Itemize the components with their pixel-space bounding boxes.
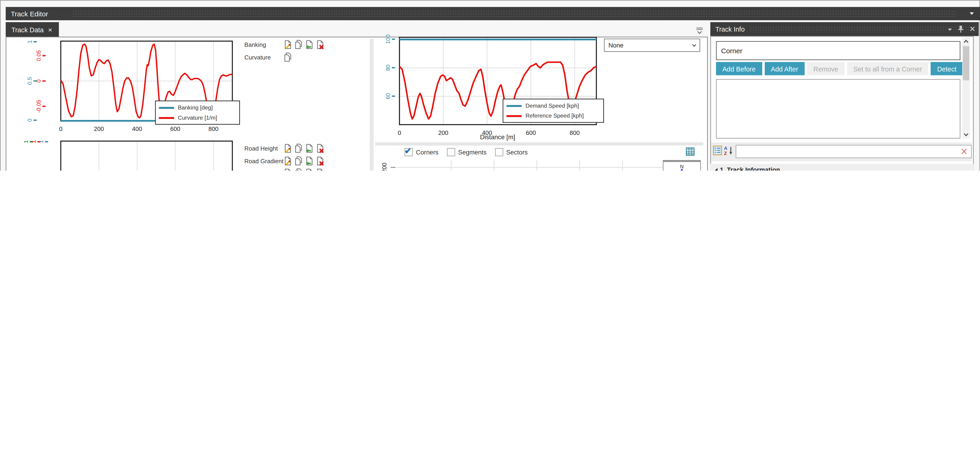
legend-entry: Demand Speed [kph] — [506, 102, 600, 110]
window-menu-chevron-icon[interactable] — [968, 10, 975, 17]
track-info-texture — [749, 26, 977, 32]
import-icon[interactable] — [305, 156, 314, 165]
remove-button[interactable]: Remove — [807, 62, 844, 75]
add-before-button[interactable]: Add Before — [716, 62, 762, 75]
delete-icon[interactable] — [316, 156, 325, 165]
track-info-menu-chevron-icon[interactable] — [947, 26, 953, 34]
window-title-bar: Track Editor — [6, 7, 980, 20]
edit-icon[interactable] — [283, 144, 292, 153]
detect-button[interactable]: Detect — [931, 62, 963, 75]
y-tick-mark — [45, 141, 48, 143]
track-info-title: Track Info — [715, 25, 745, 33]
import-icon[interactable] — [305, 40, 314, 49]
y-tick-label: 1 — [30, 140, 37, 144]
tab-track-data[interactable]: Track Data × — [6, 22, 59, 36]
app-window: Track Editor Track Data × Banking Curvat… — [0, 0, 980, 171]
sort-az-icon[interactable]: AZ — [724, 146, 733, 155]
vertical-splitter[interactable] — [370, 38, 374, 171]
y-tick-label: 100 — [385, 35, 391, 44]
copy-icon[interactable] — [294, 156, 303, 165]
delete-icon[interactable] — [316, 40, 325, 49]
y-tick-mark — [43, 106, 46, 107]
curvature-label: Curvature — [244, 54, 283, 60]
copy-icon[interactable] — [294, 144, 303, 153]
svg-text:A: A — [724, 146, 727, 151]
set-to-all-from-a-corner-button[interactable]: Set to all from a Corner — [847, 62, 928, 75]
y-tick-label: 0 — [27, 119, 33, 122]
y-tick-mark — [392, 39, 395, 40]
import-icon[interactable] — [305, 144, 314, 153]
y-tick-mark — [33, 119, 37, 121]
category-expander-icon[interactable]: ◢ — [710, 167, 720, 171]
categorized-view-icon[interactable] — [713, 146, 722, 155]
curvature-control-row: Curvature — [244, 51, 325, 63]
corner-header-box: Corner — [716, 41, 960, 60]
norm-curv-label: Norm. Curv. — [244, 170, 283, 171]
corner-buttons-row: Add BeforeAdd AfterRemoveSet to all from… — [716, 62, 959, 75]
x-tick-label: 400 — [132, 125, 142, 132]
edit-icon[interactable] — [283, 168, 292, 171]
x-tick-label: 0 — [398, 129, 401, 136]
scroll-down-icon[interactable] — [962, 131, 970, 138]
banking_curvature-legend: Banking [deg]Curvature [1/m] — [155, 100, 240, 124]
tab-close-icon[interactable]: × — [48, 25, 52, 33]
y-tick-label: 80 — [385, 65, 391, 71]
x-tick-label: 600 — [170, 125, 180, 132]
y-tick-label: 0 — [35, 79, 42, 82]
road-gradient-label: Road Gradient — [244, 157, 283, 164]
banking-label: Banking — [244, 41, 283, 48]
x-tick-label: 0 — [59, 125, 62, 132]
road-controls: Road Height Road Gradient Norm. Curv. — [244, 142, 325, 171]
edit-icon[interactable] — [283, 156, 292, 165]
x-tick-label: 600 — [526, 129, 536, 136]
delete-icon[interactable] — [316, 144, 325, 153]
delete-icon[interactable] — [316, 168, 325, 171]
road-height-label: Road Height — [244, 145, 283, 152]
pin-icon[interactable] — [956, 25, 965, 35]
overlay-select-value: None — [608, 42, 624, 49]
corner-list[interactable] — [716, 79, 960, 138]
legend-entry: Reference Speed [kph] — [506, 111, 600, 120]
close-icon[interactable]: ✕ — [969, 25, 975, 33]
track-map[interactable] — [375, 147, 703, 171]
road-chart — [59, 139, 234, 171]
y-tick-label: -0.05 — [35, 100, 42, 113]
corner-scrollbar[interactable] — [962, 37, 970, 138]
x-axis-title: Distance [m] — [480, 133, 515, 140]
y-tick-mark — [43, 81, 46, 82]
x-tick-label: 800 — [570, 129, 580, 136]
legend-entry: Curvature [1/m] — [159, 114, 236, 122]
import-icon[interactable] — [305, 168, 314, 171]
panel-menu-icon[interactable] — [695, 26, 704, 35]
y-tick-mark — [392, 96, 395, 97]
scrollbar-thumb[interactable] — [963, 46, 969, 80]
titlebar-texture — [72, 10, 955, 17]
y-tick-mark — [43, 55, 46, 56]
property-category[interactable]: ◢1. Track Information — [710, 164, 974, 171]
y-tick-label: 1 — [23, 140, 29, 144]
x-tick-label: 800 — [208, 125, 218, 132]
y-tick-mark — [392, 67, 395, 68]
y-tick-label: 0.5 — [27, 77, 33, 85]
edit-icon[interactable] — [283, 40, 292, 49]
add-after-button[interactable]: Add After — [765, 62, 805, 75]
y-tick-label: 1 — [38, 140, 44, 144]
svg-text:Z: Z — [724, 151, 727, 155]
map-y-tick-label: 200 — [381, 162, 388, 171]
clear-search-icon[interactable] — [957, 146, 971, 157]
y-tick-label: 0.05 — [35, 50, 42, 61]
compass: N S W E — [663, 160, 701, 171]
screenshot-stage: Track Editor Track Data × Banking Curvat… — [0, 0, 980, 171]
copy-icon[interactable] — [294, 40, 303, 49]
horizontal-splitter[interactable] — [375, 142, 703, 146]
y-tick-mark — [33, 41, 37, 43]
overlay-select[interactable]: None — [604, 38, 700, 52]
y-tick-label: 60 — [385, 93, 391, 99]
speed-legend: Demand Speed [kph]Reference Speed [kph] — [503, 99, 604, 123]
property-search-input[interactable] — [736, 145, 972, 158]
copy-icon[interactable] — [283, 52, 292, 62]
banking-curvature-controls: Banking Curvature — [244, 38, 325, 63]
scroll-up-icon[interactable] — [962, 37, 970, 45]
legend-entry: Banking [deg] — [159, 103, 236, 112]
copy-icon[interactable] — [294, 168, 303, 171]
